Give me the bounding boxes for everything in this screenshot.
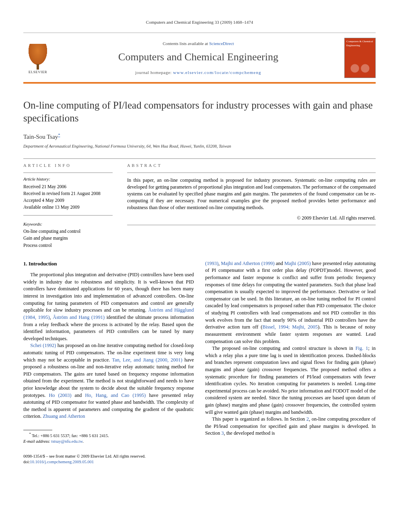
text: This paper is organized as follows. In S…	[212, 416, 306, 422]
paragraph: Schei (1992) has proposed an on-line ite…	[23, 342, 194, 420]
masthead-center: Contents lists available at ScienceDirec…	[59, 41, 338, 76]
doi-label: doi:	[23, 460, 30, 464]
journal-homepage: journal homepage: www.elsevier.com/locat…	[59, 70, 338, 76]
history-received: Received 21 May 2006	[23, 183, 113, 190]
text: , the developed method is	[224, 430, 275, 436]
keyword: Gain and phase margins	[23, 235, 113, 242]
article-info-block: article info Article history: Received 2…	[23, 159, 113, 249]
history-revised: Received in revised form 21 August 2008	[23, 190, 113, 197]
divider	[127, 173, 376, 173]
history-online: Available online 13 May 2009	[23, 204, 113, 211]
footnote-email-label: E-mail address:	[23, 439, 50, 444]
text: and	[72, 392, 85, 398]
running-header: Computers and Chemical Engineering 33 (2…	[23, 19, 376, 25]
journal-masthead: ELSEVIER Contents lists available at Sci…	[23, 33, 376, 84]
journal-cover-thumb: Computers & Chemical Engineering	[344, 38, 376, 78]
paragraph: (1993), Majhi and Atherton (1999) and Ma…	[205, 260, 376, 345]
abstract-text: In this paper, an on-line computing meth…	[127, 177, 376, 211]
text: The proposed on-line computing and contr…	[212, 345, 355, 351]
section-1-heading: 1. Introduction	[23, 260, 194, 267]
keywords-label: Keywords:	[23, 221, 113, 227]
citation-link[interactable]: Ho, Hang, and Cao (1995)	[85, 392, 146, 398]
author-corresponding-mark[interactable]: *	[58, 133, 60, 137]
text: ; in which a relay plus a pure time lag …	[205, 345, 376, 415]
journal-name: Computers and Chemical Engineering	[59, 50, 338, 64]
journal-homepage-link[interactable]: www.elsevier.com/locate/compchemeng	[173, 70, 261, 75]
paragraph: The proportional plus integration and de…	[23, 271, 194, 342]
citation-link[interactable]: Schei (1992)	[30, 343, 56, 348]
footnote-tel: Tel.: +886 5 631 5537; fax: +886 5 631 2…	[32, 433, 109, 438]
article-footer: 0098-1354/$ – see front matter © 2009 El…	[23, 454, 194, 465]
citation-link[interactable]: Zhuang and Atherton	[43, 413, 85, 419]
keyword: Process control	[23, 242, 113, 249]
author-line: Tain-Sou Tsay*	[23, 132, 376, 141]
article-info-heading: article info	[23, 159, 113, 173]
elsevier-tree-icon	[27, 44, 49, 67]
publisher-label: ELSEVIER	[29, 70, 47, 75]
text: have proposed a robustness on-line and n…	[23, 357, 194, 398]
text: and	[275, 261, 284, 266]
divider	[23, 215, 113, 216]
author-name: Tain-Sou Tsay	[23, 134, 58, 140]
affiliation: Department of Aeronautical Engineering, …	[23, 144, 376, 150]
text: .	[82, 439, 84, 444]
abstract-block: abstract In this paper, an on-line compu…	[127, 159, 376, 249]
citation-link[interactable]: Ho (2003)	[49, 392, 71, 398]
sciencedirect-link[interactable]: ScienceDirect	[209, 41, 234, 46]
citation-link[interactable]: Majhi and Atherton (1999)	[221, 261, 274, 266]
article-meta-row: article info Article history: Received 2…	[23, 158, 376, 249]
citation-link[interactable]: (1993)	[205, 261, 218, 266]
abstract-heading: abstract	[127, 159, 376, 173]
paragraph: The proposed on-line computing and contr…	[205, 345, 376, 416]
keyword: On-line computing and control	[23, 228, 113, 235]
body-text: 1. Introduction The proportional plus in…	[23, 260, 376, 465]
text: have presented relay autotuning of PI co…	[205, 261, 376, 330]
elsevier-logo: ELSEVIER	[23, 41, 52, 74]
history-accepted: Accepted 4 May 2009	[23, 197, 113, 204]
copyright-line: © 2009 Elsevier Ltd. All rights reserved…	[127, 215, 376, 222]
author-email-link[interactable]: tstsay@nfu.edu.tw	[51, 439, 83, 444]
contents-prefix: Contents lists available at	[162, 41, 209, 46]
citation-link[interactable]: Bissel, 1994; Majhi, 2005	[263, 324, 318, 330]
contents-available: Contents lists available at ScienceDirec…	[59, 41, 338, 47]
doi-link[interactable]: 10.1016/j.compchemeng.2009.05.001	[30, 460, 94, 464]
figure-link[interactable]: Fig. 1	[356, 345, 368, 351]
paragraph: This paper is organized as follows. In S…	[205, 416, 376, 437]
homepage-prefix: journal homepage:	[135, 70, 173, 75]
footnote-mark: *	[29, 432, 31, 436]
citation-link[interactable]: Åström and Hang (1991)	[53, 314, 105, 320]
divider	[23, 173, 113, 173]
doi-line: doi:10.1016/j.compchemeng.2009.05.001	[23, 459, 194, 465]
corresponding-footnote: * Tel.: +886 5 631 5537; fax: +886 5 631…	[23, 432, 194, 445]
text: The proportional plus integration and de…	[23, 272, 194, 313]
history-label: Article history:	[23, 176, 113, 182]
footnote-separator	[23, 430, 52, 430]
article-title: On-line computing of PI/lead compensator…	[23, 99, 376, 124]
citation-link[interactable]: Tan, Lee, and Jiang (2000, 2001)	[112, 357, 182, 363]
front-matter-line: 0098-1354/$ – see front matter © 2009 El…	[23, 454, 194, 459]
divider	[127, 225, 376, 225]
citation-link[interactable]: Majhi (2005)	[284, 261, 311, 266]
